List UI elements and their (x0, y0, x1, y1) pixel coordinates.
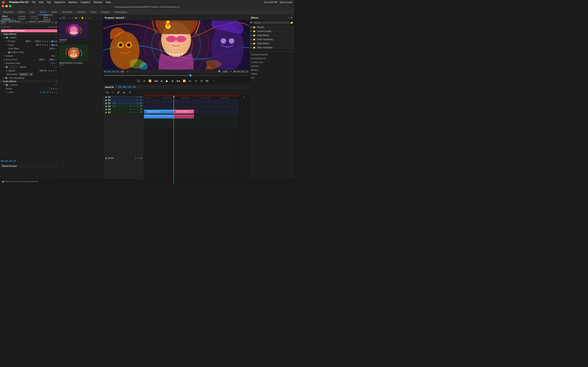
scale-width-value[interactable]: 100.0 (45, 48, 54, 50)
hand-tool[interactable]: ✋ (81, 17, 84, 19)
project-item-janisca2[interactable]: JanisCA2/Janis CA.chproj 32;29 (59, 45, 102, 66)
prev-frame-btn[interactable]: ⏪ (148, 78, 153, 83)
lift-btn[interactable]: ⊟ (193, 78, 198, 83)
track-a3-s[interactable]: S (136, 111, 139, 114)
step-fwd-btn[interactable]: ⏭ (188, 78, 192, 83)
scale-stopwatch[interactable]: ⏱ (6, 44, 8, 46)
track-v2-eye[interactable]: 👁 (139, 99, 142, 101)
time-remapping-row[interactable]: ▶ fx Time Remapping (0, 76, 58, 80)
graphics-menu[interactable]: Graphics (80, 1, 90, 4)
tl-settings[interactable]: ⚙ (128, 90, 132, 95)
tab-audio-mixer[interactable]: Audio Clip Mixer: JanisCA (41, 15, 58, 20)
monitor-menu-icon[interactable]: ≡ (125, 17, 126, 19)
scale-prev-kf[interactable]: ◀ (42, 44, 44, 46)
track-a1-m[interactable]: M (133, 105, 136, 108)
position-y[interactable]: 1138.2 (32, 40, 41, 42)
ws-tab-metalogging[interactable]: Metalogging (112, 9, 130, 15)
rotation-value[interactable]: 0.0 (45, 55, 54, 57)
effects-audio-transitions-header[interactable]: ▶ 📁 Audio Transitions (249, 38, 294, 42)
play-btn[interactable]: ▶ (165, 78, 170, 83)
bypass-next[interactable]: ▶ (55, 88, 57, 90)
maximize-button[interactable] (9, 5, 11, 7)
opacity-add-kf[interactable]: ◆ (50, 70, 52, 72)
tl-v1-track[interactable]: fx JanisCA.mp4 [V] fx JanisCA2/Janis CA. (144, 109, 239, 114)
rolling-tool[interactable]: ⤢ (69, 17, 71, 19)
clip-menu[interactable]: Clip (47, 1, 51, 4)
audio-effects-section[interactable]: ▼ Audio Effects ↕ (0, 80, 58, 83)
ws-tab-libraries[interactable]: Libraries (75, 9, 88, 15)
ripple-tool[interactable]: ↔ (66, 17, 68, 19)
effects-video-effects-header[interactable]: ▶ 📁 Video Effects (249, 42, 294, 45)
tab-lumetri-scopes[interactable]: Lumetri Scopes (16, 15, 29, 20)
volume-reset[interactable]: ↺ (55, 84, 57, 86)
step-back-btn[interactable]: ⏮ (142, 78, 147, 83)
markers-menu[interactable]: Markers (68, 1, 77, 4)
effects-audio-effects-header[interactable]: ▶ 📁 Audio Effects (249, 33, 294, 37)
ws-tab-color[interactable]: Color (27, 9, 37, 15)
opacity-stopwatch[interactable]: ⏱ (6, 70, 8, 72)
slip-tool[interactable]: ◀▶ (74, 17, 78, 19)
ws-tab-editing[interactable]: Editing (16, 9, 27, 15)
rotation-stopwatch[interactable]: ⏱ (3, 55, 5, 57)
track-v1-eye[interactable]: 👁 (139, 102, 142, 105)
rotation-reset[interactable]: ↺ (55, 55, 57, 57)
effects-presets-header[interactable]: ▶ 📁 Presets (249, 25, 294, 29)
motion-header-row[interactable]: ▼ fx ⬡ Motion ↺ (0, 36, 58, 40)
level-next[interactable]: ▶ (51, 91, 53, 93)
level-reset[interactable]: ↺ (54, 91, 56, 93)
add-marker-btn[interactable]: + (211, 78, 216, 83)
opacity-pen-shape[interactable]: ✏ (16, 66, 18, 68)
track-a1-s[interactable]: S (136, 105, 139, 108)
text-tool[interactable]: T (85, 17, 86, 19)
libraries-item[interactable]: Libraries (249, 64, 294, 68)
tl-clip-janisca2-v[interactable]: fx JanisCA2/Janis CA. (173, 110, 194, 114)
anchor-stopwatch[interactable]: ⏱ (3, 59, 5, 61)
effect-clip-bar[interactable]: JanisCA2/Janis CA.chproj (1, 29, 57, 32)
monitor-fit-button[interactable]: Fit (121, 70, 124, 73)
ws-tab-allpanels[interactable]: All Panels (60, 9, 75, 15)
ws-tab-titles[interactable]: Titles (88, 9, 98, 15)
track-a3-mic[interactable]: 🎤 (139, 111, 142, 114)
anchor-reset[interactable]: ↺ (55, 59, 57, 61)
essential-sound-item[interactable]: Essential Sound (249, 57, 294, 60)
track-a1-mic[interactable]: 🎤 (139, 105, 142, 108)
position-stopwatch[interactable]: ⏱ (6, 40, 8, 42)
scale-reset[interactable]: ↺ (49, 44, 51, 46)
tl-link-select[interactable]: 🔗 (116, 90, 121, 95)
opacity-prev-kf[interactable]: ◀ (48, 70, 50, 72)
opacity-value-reset[interactable]: ↺ (55, 70, 57, 72)
tl-clip-janisca-a[interactable] (144, 115, 173, 119)
effects-panel-menu[interactable]: ≡ (288, 17, 290, 19)
track-a3-lock[interactable]: 🔒 (105, 111, 107, 114)
apple-menu[interactable]: 🍎 (2, 1, 5, 4)
scale-width-reset[interactable]: ↺ (55, 48, 57, 50)
tl-track-add[interactable]: +⊞ (105, 90, 109, 95)
track-a2-m[interactable]: M (133, 108, 136, 111)
info-item[interactable]: Info (249, 76, 294, 80)
markers-item[interactable]: Markers (249, 68, 294, 72)
history-item[interactable]: History (249, 72, 294, 76)
position-x[interactable]: 960.0 (22, 40, 31, 42)
tl-a3-track[interactable] (144, 124, 239, 129)
next-frame-btn[interactable]: ⏩ (182, 78, 187, 83)
track-v1-lock[interactable]: 🔒 (105, 102, 107, 104)
effects-folder-icon[interactable]: 📁 (290, 21, 293, 24)
monitor-zoom-icon[interactable]: 🔍 (218, 70, 221, 73)
fit-dropdown[interactable]: ▼ (127, 71, 129, 73)
tl-snap[interactable]: ◻ (111, 90, 115, 95)
window-menu[interactable]: Window (94, 1, 103, 4)
scale-value[interactable]: 197.4 (32, 44, 41, 46)
blend-mode-reset[interactable]: ↺ (55, 73, 57, 75)
lumetri-color-item[interactable]: Lumetri Color (249, 60, 294, 64)
tl-clip-janisca2-a[interactable] (173, 115, 194, 119)
timeline-time-display[interactable]: 00;00;50;20 (118, 85, 136, 89)
video-effects-header[interactable]: ▼ Video Effects ↕ (0, 33, 58, 36)
track-v2-sync[interactable]: ⊞ (136, 99, 139, 101)
edit-menu[interactable]: Edit (39, 1, 43, 4)
ws-tab-graphics[interactable]: Graphics (98, 9, 112, 15)
level-value[interactable]: 0.0 dB (36, 91, 45, 93)
position-keyframe3[interactable] (55, 40, 57, 42)
track-select-tool[interactable]: ⬛ (62, 17, 65, 19)
fit-tool[interactable]: |↔| (88, 17, 91, 19)
track-a1-lock[interactable]: 🔒 (105, 105, 107, 108)
